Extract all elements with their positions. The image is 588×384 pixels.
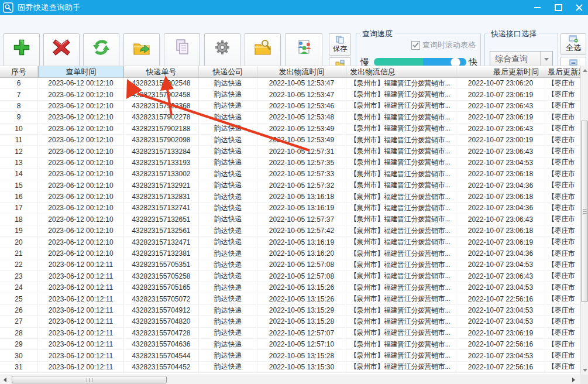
column-header-6[interactable]: 最后更新时间 bbox=[456, 66, 545, 77]
table-cell: 韵达快递 bbox=[199, 191, 257, 202]
table-cell: 【泉州市】福建晋江分拨营销市... bbox=[346, 112, 456, 122]
table-row[interactable]: 252023-06-12 00:12:11432823155705072韵达快递… bbox=[0, 293, 580, 304]
horizontal-scrollbar[interactable] bbox=[0, 375, 588, 384]
title-bar: 固乔快递查询助手 bbox=[0, 0, 588, 15]
table-cell: 12 bbox=[0, 146, 38, 156]
column-header-0[interactable]: 序号 bbox=[0, 66, 38, 77]
table-cell: 2022-10-07 23:04:53 bbox=[456, 316, 545, 327]
table-cell: 韵达快递 bbox=[199, 214, 257, 225]
table-cell: 2022-10-05 12:57:08 bbox=[257, 259, 346, 270]
table-row[interactable]: 152023-06-12 00:12:10432823157132921韵达快递… bbox=[0, 180, 580, 191]
filter-icon bbox=[253, 38, 272, 57]
table-cell: 【枣庄市 bbox=[545, 146, 580, 156]
table-cell: 2022-10-05 12:57:33 bbox=[257, 169, 346, 179]
table-cell: 20 bbox=[0, 236, 38, 247]
close-button[interactable] bbox=[575, 4, 583, 12]
button-label: 保存 bbox=[333, 44, 347, 54]
table-row[interactable]: 272023-06-12 00:12:11432823155704820韵达快递… bbox=[0, 316, 580, 327]
minimize-button[interactable] bbox=[533, 4, 541, 12]
table-cell: 2022-10-05 13:15:30 bbox=[257, 362, 346, 372]
column-header-1[interactable]: 查单时间 bbox=[38, 66, 124, 77]
table-cell: 2023-06-12 00:12:11 bbox=[38, 339, 124, 349]
table-row[interactable]: 112023-06-12 00:12:10432823157902098韵达快递… bbox=[0, 135, 580, 146]
table-row[interactable]: 282023-06-12 00:12:11432823155704728韵达快递… bbox=[0, 328, 580, 339]
column-header-3[interactable]: 快递公司 bbox=[199, 66, 257, 77]
table-row[interactable]: 262023-06-12 00:12:11432823155704912韵达快递… bbox=[0, 305, 580, 316]
scroll-left-button[interactable] bbox=[0, 375, 10, 384]
vertical-scrollbar-thumb[interactable] bbox=[581, 121, 588, 302]
table-cell: 【枣庄市 bbox=[545, 89, 580, 100]
interface-select[interactable]: 综合查询 bbox=[490, 51, 553, 67]
scroll-table-checkbox[interactable] bbox=[411, 41, 420, 50]
horizontal-scrollbar-thumb[interactable] bbox=[12, 376, 167, 383]
table-cell: 韵达快递 bbox=[199, 362, 257, 372]
table-row[interactable]: 102023-06-12 00:12:10432823157902188韵达快递… bbox=[0, 124, 580, 135]
table-cell: 432823155704912 bbox=[124, 305, 199, 316]
table-cell: 2023-06-12 00:12:10 bbox=[38, 236, 124, 247]
table-body: 62023-06-12 00:12:10432823157902548韵达快递2… bbox=[0, 78, 580, 375]
maximize-icon bbox=[555, 4, 562, 11]
vertical-scrollbar[interactable] bbox=[580, 66, 588, 375]
table-row[interactable]: 72023-06-12 00:12:10432823157902458韵达快递2… bbox=[0, 89, 580, 100]
table-row[interactable]: 192023-06-12 00:12:10432823157132561韵达快递… bbox=[0, 225, 580, 236]
table-cell: 13 bbox=[0, 157, 38, 168]
scroll-down-button[interactable] bbox=[581, 365, 588, 375]
table-row[interactable]: 172023-06-12 00:12:10432823157132741韵达快递… bbox=[0, 203, 580, 214]
table-cell: 21 bbox=[0, 248, 38, 259]
table-row[interactable]: 142023-06-12 00:12:10432823157133002韵达快递… bbox=[0, 169, 580, 180]
table-cell: 432823157902188 bbox=[124, 124, 199, 134]
table-cell: 【枣庄市 bbox=[545, 225, 580, 236]
table-row[interactable]: 302023-06-12 00:12:11432823155704544韵达快递… bbox=[0, 350, 580, 361]
table-row[interactable]: 202023-06-12 00:12:10432823157132471韵达快递… bbox=[0, 236, 580, 248]
table-cell: 432823157133193 bbox=[124, 157, 199, 168]
table-cell: 2023-06-12 00:12:10 bbox=[38, 135, 124, 145]
table-cell: 【枣庄市 bbox=[545, 180, 580, 191]
table-cell: 432823157132741 bbox=[124, 203, 199, 213]
table-row[interactable]: 182023-06-12 00:12:10432823157132651韵达快递… bbox=[0, 214, 580, 225]
table-cell: 2022-10-05 13:16:19 bbox=[257, 236, 346, 247]
column-header-4[interactable]: 发出物流时间 bbox=[257, 66, 346, 77]
table-cell: 14 bbox=[0, 169, 38, 179]
speed-slider[interactable] bbox=[374, 58, 466, 66]
table-cell: 432823155704544 bbox=[124, 350, 199, 361]
table-row[interactable]: 292023-06-12 00:12:11432823155704636韵达快递… bbox=[0, 339, 580, 350]
table-row[interactable]: 242023-06-12 00:12:11432823155705165韵达快递… bbox=[0, 282, 580, 293]
table-row[interactable]: 212023-06-12 00:12:10432823157132381韵达快递… bbox=[0, 248, 580, 259]
table-row[interactable]: 122023-06-12 00:12:10432823157133284韵达快递… bbox=[0, 146, 580, 157]
table-cell: 【枣庄市 bbox=[545, 350, 580, 361]
member-icon bbox=[294, 38, 313, 57]
slider-thumb[interactable] bbox=[451, 58, 460, 66]
table-row[interactable]: 232023-06-12 00:12:11432823155705258韵达快递… bbox=[0, 271, 580, 282]
scroll-up-button[interactable] bbox=[581, 66, 588, 75]
table-cell: 【枣庄市 bbox=[545, 293, 580, 304]
table-cell: 【泉州市】福建晋江分拨营销市... bbox=[346, 225, 456, 236]
table-cell: 2022-10-07 23:06:18 bbox=[456, 225, 545, 236]
table-cell: 【枣庄市 bbox=[545, 282, 580, 293]
table-cell: 【泉州市】福建晋江分拨营销市... bbox=[346, 350, 456, 361]
column-header-7[interactable]: 最后更新新 bbox=[545, 66, 580, 77]
save-button[interactable]: 保存 bbox=[329, 33, 351, 56]
table-row[interactable]: 92023-06-12 00:12:10432823157902278韵达快递2… bbox=[0, 112, 580, 123]
table-cell: 2023-06-12 00:12:11 bbox=[38, 259, 124, 270]
scroll-right-button[interactable] bbox=[569, 375, 579, 384]
table-cell: 6 bbox=[0, 78, 38, 88]
select-all-button[interactable]: 全选 bbox=[561, 33, 586, 55]
maximize-button[interactable] bbox=[554, 4, 562, 12]
table-row[interactable]: 62023-06-12 00:12:10432823157902548韵达快递2… bbox=[0, 78, 580, 89]
column-header-2[interactable]: 快递单号 bbox=[124, 66, 199, 77]
column-header-5[interactable]: 发出物流信息 bbox=[346, 66, 456, 77]
table-cell: 2022-10-05 12:57:37 bbox=[257, 214, 346, 225]
table-row[interactable]: 162023-06-12 00:12:10432823157132831韵达快递… bbox=[0, 191, 580, 203]
table-cell: 【泉州市】福建晋江分拨营销市... bbox=[346, 271, 456, 282]
table-cell: 432823157902098 bbox=[124, 135, 199, 145]
table-row[interactable]: 82023-06-12 00:12:10432823157902368韵达快递2… bbox=[0, 101, 580, 112]
table-cell: 2023-06-12 00:12:11 bbox=[38, 328, 124, 338]
table-row[interactable]: 132023-06-12 00:12:10432823157133193韵达快递… bbox=[0, 157, 580, 169]
arrow-left-icon bbox=[4, 378, 6, 382]
table-cell: 韵达快递 bbox=[199, 203, 257, 213]
table-cell: 【枣庄市 bbox=[545, 157, 580, 168]
table-row[interactable]: 312023-06-12 00:12:11432823155704452韵达快递… bbox=[0, 362, 580, 373]
table-row[interactable]: 222023-06-12 00:12:11432823155705351韵达快递… bbox=[0, 259, 580, 270]
table-cell: 16 bbox=[0, 191, 38, 202]
table-cell: 2023-06-12 00:12:10 bbox=[38, 112, 124, 122]
